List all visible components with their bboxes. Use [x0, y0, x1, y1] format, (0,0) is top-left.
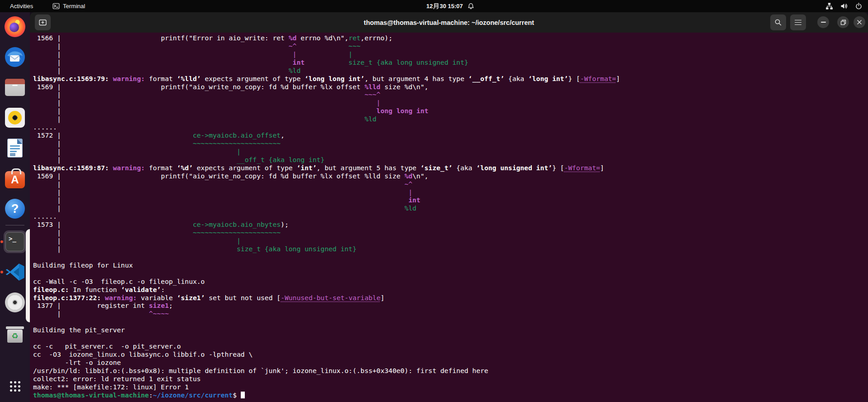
- search-button[interactable]: [770, 14, 786, 30]
- trash-icon: ♻: [5, 323, 25, 343]
- terminal-line: | int size_t {aka long unsigned int}: [33, 58, 868, 67]
- restore-button[interactable]: [837, 16, 849, 28]
- menu-button[interactable]: [790, 14, 806, 30]
- recycle-glyph: ♻: [11, 332, 18, 340]
- terminal-line: Building the pit_server: [33, 326, 868, 334]
- terminal-line: | ~^ ~~~: [33, 42, 868, 50]
- libreoffice-writer-icon: [7, 139, 23, 158]
- terminal-line: [33, 334, 868, 342]
- close-icon: [857, 19, 862, 25]
- terminal-line: | |: [33, 188, 868, 196]
- focused-app-indicator[interactable]: Terminal: [52, 0, 85, 12]
- firefox-icon: [5, 16, 25, 37]
- terminal-line: libasync.c:1569:79: warning: format ‘%ll…: [33, 75, 868, 83]
- show-apps-grid-icon: [9, 380, 21, 392]
- terminal-line: 1377 | register int size1;: [33, 302, 868, 310]
- terminal-line: | %ld: [33, 204, 868, 212]
- dock-item-show-apps[interactable]: [4, 375, 26, 397]
- clock-button[interactable]: 12 30 15:07: [426, 0, 475, 12]
- clock-text: 12 30 15:07: [426, 3, 463, 10]
- terminal-line: | | |: [33, 50, 868, 58]
- thunderbird-icon: [5, 47, 25, 67]
- terminal-line: | ~^: [33, 180, 868, 188]
- system-status-menu[interactable]: [825, 0, 863, 12]
- cjk-month-glyph: [433, 3, 439, 10]
- terminal-line: fileop.c:1377:22: warning: variable ‘siz…: [33, 294, 868, 302]
- terminal-line: | |: [33, 99, 868, 107]
- vscode-icon: [5, 262, 25, 282]
- dock-item-trash[interactable]: ♻: [4, 321, 26, 344]
- dock-item-files[interactable]: [4, 76, 26, 99]
- running-indicator-dot: [0, 240, 3, 243]
- terminal-line: | ~~~^: [33, 91, 868, 99]
- terminal-line: ......: [33, 212, 868, 220]
- dock-item-vscode[interactable]: [4, 261, 26, 283]
- dock-item-terminal[interactable]: >_: [4, 230, 26, 253]
- window-title: thomas@thomas-virtual-machine: ~/iozone/…: [30, 12, 868, 33]
- disc-icon: [5, 292, 25, 312]
- close-button[interactable]: [854, 16, 865, 28]
- terminal-line: make: *** [makefile:172: linux] Error 1: [33, 383, 868, 391]
- power-icon: [855, 2, 863, 10]
- dock-item-libreoffice-writer[interactable]: [4, 137, 26, 159]
- dock-item-app-center[interactable]: A: [4, 167, 26, 190]
- dock-separator: [5, 225, 24, 225]
- terminal-line: | %ld: [33, 67, 868, 75]
- dock-item-help[interactable]: ?: [4, 197, 26, 220]
- terminal-line: | ~~~~~~~~~~~~~~~~~~~~~~: [33, 229, 868, 237]
- minimize-button[interactable]: [817, 16, 829, 28]
- dock: A ? >_ ♻: [0, 12, 30, 402]
- bell-icon: [467, 2, 475, 10]
- network-icon: [825, 2, 833, 10]
- terminal-line: fileop.c: In function ‘validate’:: [33, 286, 868, 294]
- terminal-screen[interactable]: 1566 | printf("Error in aio_write: ret %…: [30, 33, 868, 402]
- terminal-line: collect2: error: ld returned 1 exit stat…: [33, 375, 868, 383]
- terminal-line: | __off_t {aka long int}: [33, 156, 868, 164]
- terminal-window: thomas@thomas-virtual-machine: ~/iozone/…: [30, 12, 868, 402]
- terminal-line: 1572 | ce->myaiocb.aio_offset,: [33, 131, 868, 139]
- new-tab-icon: [38, 19, 47, 26]
- dock-item-thunderbird[interactable]: [4, 46, 26, 68]
- terminal-line: 1566 | printf("Error in aio_write: ret %…: [33, 34, 868, 42]
- top-bar: Activities Terminal 12 30 15:07: [0, 0, 868, 12]
- terminal-line: 1573 | ce->myaiocb.aio_nbytes);: [33, 220, 868, 229]
- terminal-line: -lrt -o iozone: [33, 359, 868, 367]
- terminal-line: 1569 | printf("aio_write_no_copy: fd %d …: [33, 83, 868, 91]
- terminal-line: thomas@thomas-virtual-machine:~/iozone/s…: [33, 391, 868, 399]
- new-tab-button[interactable]: [35, 14, 51, 30]
- restore-icon: [840, 19, 846, 25]
- minimize-icon: [821, 22, 826, 23]
- running-indicator-dot: [0, 271, 3, 273]
- terminal-line: ......: [33, 123, 868, 131]
- dock-item-firefox[interactable]: [4, 15, 26, 38]
- terminal-line: | int: [33, 196, 868, 204]
- hamburger-icon: [795, 20, 801, 25]
- terminal-line: cc -c pit_server.c -o pit_server.o: [33, 342, 868, 350]
- terminal-line: | long long int: [33, 107, 868, 115]
- app-center-icon: A: [5, 171, 25, 188]
- help-icon: ?: [5, 199, 25, 219]
- rhythmbox-icon: [5, 108, 25, 128]
- terminal-line: /usr/bin/ld: libbif.o:(.bss+0x8): multip…: [33, 367, 868, 375]
- activities-label: Activities: [10, 3, 33, 10]
- terminal-line: Building fileop for Linux: [33, 261, 868, 269]
- dock-item-disc[interactable]: [4, 291, 26, 314]
- terminal-line: 1569 | printf("aio_write_no_copy: fd %d …: [33, 172, 868, 180]
- volume-icon: [840, 2, 848, 10]
- terminal-line: | |: [33, 148, 868, 156]
- terminal-line: [33, 253, 868, 261]
- terminal-line: cc -Wall -c -O3 fileop.c -o fileop_linux…: [33, 278, 868, 286]
- activities-button[interactable]: Activities: [6, 0, 37, 12]
- terminal-line: libasync.c:1569:87: warning: format ‘%d’…: [33, 164, 868, 172]
- focused-app-label: Terminal: [63, 3, 85, 10]
- terminal-cursor: [241, 392, 245, 399]
- terminal-line: | ^~~~~: [33, 310, 868, 318]
- terminal-line: [33, 269, 868, 278]
- terminal-mini-icon: [52, 3, 60, 10]
- window-titlebar[interactable]: thomas@thomas-virtual-machine: ~/iozone/…: [30, 12, 868, 33]
- files-icon: [5, 81, 25, 96]
- terminal-line: | %ld: [33, 115, 868, 123]
- terminal-line: | ~~~~~~~~~~~~~~~~~~~~~~: [33, 139, 868, 148]
- background-window-edge[interactable]: [26, 229, 30, 322]
- dock-item-rhythmbox[interactable]: [4, 106, 26, 129]
